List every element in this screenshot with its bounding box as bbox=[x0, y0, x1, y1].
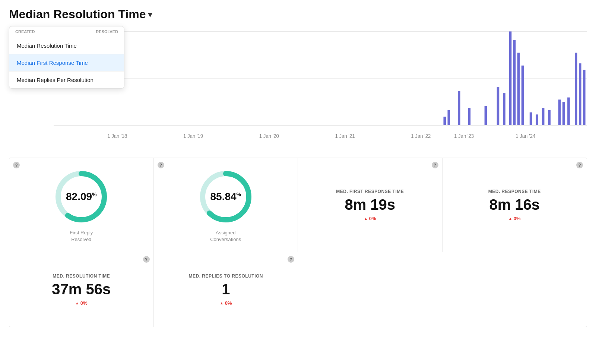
metric-label-3: MED. RESOLUTION TIME bbox=[53, 273, 110, 279]
svg-rect-8 bbox=[485, 106, 487, 125]
chart-title: Median Resolution Time bbox=[9, 7, 146, 21]
arrow-up-icon-4: ▲ bbox=[220, 301, 224, 305]
metric-change-value-3: 0% bbox=[80, 300, 88, 306]
svg-rect-9 bbox=[497, 87, 500, 125]
donut-sublabel-1: First ReplyResolved bbox=[70, 230, 93, 243]
metric-change-1: ▲ 0% bbox=[364, 216, 376, 221]
dropdown-item-replies[interactable]: Median Replies Per Resolution bbox=[9, 72, 124, 88]
svg-rect-21 bbox=[567, 98, 570, 125]
dropdown-menu: CREATED RESOLVED Median Resolution Time … bbox=[9, 26, 124, 89]
metric-label-4: MED. REPLIES TO RESOLUTION bbox=[189, 273, 263, 279]
dropdown-item-first-response[interactable]: Median First Response Time bbox=[9, 54, 124, 72]
donut-label-2: 85.84% bbox=[210, 192, 241, 202]
dropdown-menu-header: CREATED RESOLVED bbox=[9, 26, 124, 37]
dropdown-toggle[interactable]: ▾ bbox=[148, 9, 152, 20]
svg-rect-12 bbox=[513, 40, 516, 125]
stat-card-first-reply: ? 82.09% First ReplyResolved bbox=[9, 158, 154, 252]
metric-label-1: MED. FIRST RESPONSE TIME bbox=[336, 189, 404, 194]
svg-rect-19 bbox=[558, 99, 561, 125]
donut-chart-1: 82.09% bbox=[51, 167, 111, 227]
help-icon-4[interactable]: ? bbox=[576, 162, 583, 168]
svg-rect-18 bbox=[548, 110, 551, 125]
col-resolved: RESOLVED bbox=[96, 29, 118, 34]
svg-rect-17 bbox=[542, 108, 545, 125]
donut-chart-2: 85.84% bbox=[196, 167, 256, 227]
donut-wrapper-2: 85.84% AssignedConversations bbox=[161, 167, 291, 243]
arrow-up-icon-1: ▲ bbox=[364, 216, 368, 221]
stat-card-assigned: ? 85.84% AssignedConversations bbox=[154, 158, 298, 252]
metric-value-4: 1 bbox=[222, 282, 230, 297]
svg-rect-5 bbox=[447, 110, 450, 125]
svg-text:1 Jan '24: 1 Jan '24 bbox=[516, 133, 536, 139]
line-chart-svg: 1 Jan '18 1 Jan '19 1 Jan '20 1 Jan '21 … bbox=[54, 27, 587, 146]
help-icon-2[interactable]: ? bbox=[158, 162, 164, 168]
metric-value-2: 8m 16s bbox=[489, 197, 540, 212]
svg-rect-7 bbox=[468, 108, 471, 125]
stats-grid: ? 82.09% First ReplyResolved bbox=[9, 158, 587, 327]
svg-text:1 Jan '18: 1 Jan '18 bbox=[107, 133, 127, 139]
svg-text:1 Jan '19: 1 Jan '19 bbox=[183, 133, 203, 139]
col-created: CREATED bbox=[15, 29, 35, 34]
metric-change-3: ▲ 0% bbox=[75, 300, 88, 306]
svg-rect-6 bbox=[458, 91, 460, 125]
svg-text:1 Jan '21: 1 Jan '21 bbox=[335, 133, 355, 139]
stat-card-replies: ? MED. REPLIES TO RESOLUTION 1 ▲ 0% bbox=[154, 252, 298, 327]
metric-change-value-1: 0% bbox=[369, 216, 376, 221]
donut-label-1: 82.09% bbox=[66, 192, 97, 202]
svg-rect-24 bbox=[583, 70, 586, 125]
help-icon-3[interactable]: ? bbox=[432, 162, 438, 168]
svg-rect-20 bbox=[562, 102, 565, 125]
help-icon-1[interactable]: ? bbox=[13, 162, 20, 168]
svg-text:1 Jan '20: 1 Jan '20 bbox=[259, 133, 279, 139]
chart-svg-container: 1 Jan '18 1 Jan '19 1 Jan '20 1 Jan '21 … bbox=[54, 27, 587, 146]
svg-rect-10 bbox=[503, 93, 505, 125]
metric-change-value-2: 0% bbox=[514, 216, 521, 221]
dropdown-item-resolution[interactable]: Median Resolution Time bbox=[9, 37, 124, 54]
donut-sublabel-2: AssignedConversations bbox=[210, 230, 241, 243]
metric-label-2: MED. RESPONSE TIME bbox=[488, 189, 541, 194]
donut-percent-2: 85.84% bbox=[210, 192, 241, 202]
metric-change-4: ▲ 0% bbox=[220, 300, 232, 306]
svg-rect-13 bbox=[517, 53, 520, 125]
donut-percent-1: 82.09% bbox=[66, 192, 97, 202]
svg-rect-22 bbox=[575, 53, 577, 125]
svg-rect-11 bbox=[509, 31, 512, 125]
metric-change-value-4: 0% bbox=[225, 300, 232, 306]
svg-rect-4 bbox=[443, 117, 446, 125]
help-icon-6[interactable]: ? bbox=[288, 256, 294, 263]
svg-rect-23 bbox=[579, 63, 581, 125]
metric-change-2: ▲ 0% bbox=[508, 216, 521, 221]
chart-header: Median Resolution Time ▾ CREATED RESOLVE… bbox=[9, 7, 587, 21]
svg-rect-15 bbox=[530, 113, 532, 125]
stat-card-resolution: ? MED. RESOLUTION TIME 37m 56s ▲ 0% bbox=[9, 252, 154, 327]
arrow-up-icon-2: ▲ bbox=[508, 216, 512, 221]
svg-text:1 Jan '23: 1 Jan '23 bbox=[454, 133, 474, 139]
metric-value-3: 37m 56s bbox=[52, 282, 111, 297]
metric-value-1: 8m 19s bbox=[345, 197, 395, 212]
stat-card-first-response: ? MED. FIRST RESPONSE TIME 8m 19s ▲ 0% bbox=[298, 158, 443, 252]
help-icon-5[interactable]: ? bbox=[143, 256, 150, 263]
donut-wrapper-1: 82.09% First ReplyResolved bbox=[17, 167, 146, 243]
arrow-up-icon-3: ▲ bbox=[75, 301, 79, 305]
svg-rect-14 bbox=[522, 66, 524, 125]
svg-rect-16 bbox=[536, 114, 538, 125]
stat-card-response: ? MED. RESPONSE TIME 8m 16s ▲ 0% bbox=[443, 158, 587, 252]
svg-text:1 Jan '22: 1 Jan '22 bbox=[411, 133, 431, 139]
